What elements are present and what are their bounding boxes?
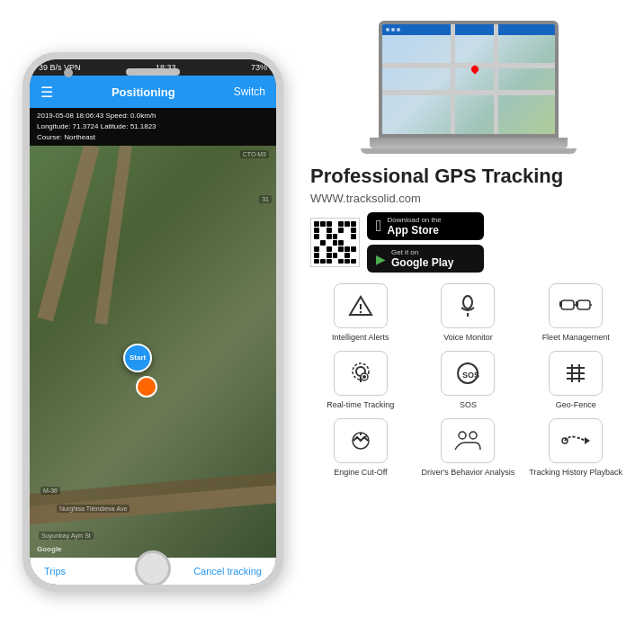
phone-wrap: 39 B/s VPN 18:33 73% ☰ Positioning Switc… [9, 21, 297, 623]
googleplay-badge[interactable]: ▶ Get it on Google Play [367, 245, 484, 273]
qr-c12 [338, 228, 344, 233]
laptop-road-h2 [382, 90, 555, 95]
qr-c48 [344, 259, 350, 264]
laptop-dot-2 [391, 28, 395, 31]
status-right: 73% [251, 63, 267, 72]
qr-c6 [344, 221, 350, 227]
svg-rect-7 [559, 301, 562, 307]
cancel-tracking-button[interactable]: Cancel tracking [193, 566, 262, 577]
appstore-text: Download on the App Store [388, 216, 442, 237]
gps-line3: Course: Northeast [37, 132, 269, 143]
trips-button[interactable]: Trips [44, 566, 66, 577]
svg-marker-27 [585, 437, 590, 444]
feature-icon-2 [549, 283, 603, 328]
feature-icon-0 [334, 283, 388, 328]
qr-c30 [320, 246, 326, 252]
laptop-wrap [310, 21, 626, 154]
badge-row:  Download on the App Store ▶ Get it on … [310, 212, 626, 273]
nav-switch-button[interactable]: Switch [234, 85, 265, 98]
qr-code [310, 218, 360, 267]
qr-c18 [333, 234, 338, 239]
qr-c20 [344, 234, 350, 239]
google-logo: Google [37, 545, 62, 553]
google-play-icon: ▶ [376, 252, 386, 266]
qr-c2 [320, 221, 326, 227]
qr-c8 [314, 228, 319, 233]
nav-bar: ☰ Positioning Switch [30, 76, 276, 108]
feature-item-6: Engine Cut-Off [310, 418, 411, 479]
phone-camera [64, 68, 73, 77]
feature-label-0: Intelligent Alerts [332, 333, 389, 344]
qr-c13 [344, 228, 350, 233]
googleplay-small-text: Get it on [391, 248, 453, 256]
qr-c22 [314, 240, 319, 246]
laptop-base [370, 138, 568, 148]
laptop-screen [379, 21, 559, 138]
feature-item-5: Geo-Fence [525, 351, 626, 411]
feature-item-1: Voice Monitor [418, 283, 519, 344]
qr-c31 [326, 246, 332, 252]
gps-title: Professional GPS Tracking [310, 165, 626, 188]
appstore-small-text: Download on the [388, 216, 442, 224]
map-background: Start CTO·M3 31 M-36 Nurghisa Tilendievа… [30, 146, 276, 558]
laptop-dot-1 [386, 28, 389, 31]
feature-icon-5 [549, 351, 603, 396]
qr-c4 [333, 221, 338, 227]
laptop-map-bg [382, 24, 555, 134]
qr-c39 [333, 253, 338, 258]
qr-c19 [338, 234, 344, 239]
map-label-suyunbay: Suyunbay Ayin St [39, 532, 94, 540]
map-area[interactable]: Start CTO·M3 31 M-36 Nurghisa Tilendievа… [30, 146, 276, 558]
orange-marker [136, 376, 157, 398]
feature-label-4: SOS [460, 400, 477, 411]
qr-c33 [338, 246, 344, 252]
qr-c34 [344, 246, 350, 252]
phone-home-button[interactable] [135, 550, 171, 586]
qr-c15 [314, 234, 319, 239]
qr-c3 [326, 221, 332, 227]
feature-label-6: Engine Cut-Off [334, 468, 387, 479]
laptop-header [382, 24, 555, 35]
qr-c37 [320, 253, 326, 258]
qr-c49 [351, 259, 356, 264]
qr-c16 [320, 234, 326, 239]
svg-rect-5 [561, 300, 574, 309]
map-road-1 [38, 146, 100, 322]
qr-c7 [351, 221, 356, 227]
qr-c17 [326, 234, 332, 239]
nav-title: Positioning [112, 85, 175, 99]
gps-line2: Longitude: 71.3724 Latitude: 51.1823 [37, 121, 269, 132]
svg-point-2 [360, 311, 362, 313]
feature-item-2: Fleet Management [525, 283, 626, 344]
right-panel: Professional GPS Tracking WWW.tracksolid… [297, 21, 635, 623]
nav-menu-icon[interactable]: ☰ [40, 84, 53, 101]
svg-text:SOS: SOS [462, 371, 479, 380]
start-marker: Start [123, 344, 152, 372]
feature-icon-4: SOS [441, 351, 495, 396]
feature-icon-6 [334, 418, 388, 463]
feature-icon-8 [549, 418, 603, 463]
appstore-badge[interactable]:  Download on the App Store [367, 212, 484, 240]
feature-item-4: SOS SOS [418, 351, 519, 411]
svg-line-24 [365, 435, 367, 437]
feature-label-3: Real-time Tracking [326, 400, 394, 411]
googleplay-name-text: Google Play [391, 256, 453, 269]
feature-icon-7 [441, 418, 495, 463]
badge-buttons:  Download on the App Store ▶ Get it on … [367, 212, 484, 273]
qr-c44 [320, 259, 326, 264]
map-label-nurghisa: Nurghisa Tilendievа Ave [57, 505, 130, 513]
qr-c29 [314, 246, 319, 252]
googleplay-text: Get it on Google Play [391, 248, 453, 269]
apple-icon:  [376, 217, 382, 236]
qr-c10 [326, 228, 332, 233]
svg-rect-10 [576, 301, 578, 307]
feature-label-5: Geo-Fence [556, 400, 596, 411]
qr-c32 [333, 246, 338, 252]
qr-c27 [344, 240, 350, 246]
qr-c36 [314, 253, 319, 258]
svg-point-14 [362, 375, 366, 379]
gps-line1: 2019-05-08 18:06:43 Speed: 0.0km/h [37, 111, 269, 121]
qr-c35 [351, 246, 356, 252]
qr-c14 [351, 228, 356, 233]
qr-c47 [338, 259, 344, 264]
